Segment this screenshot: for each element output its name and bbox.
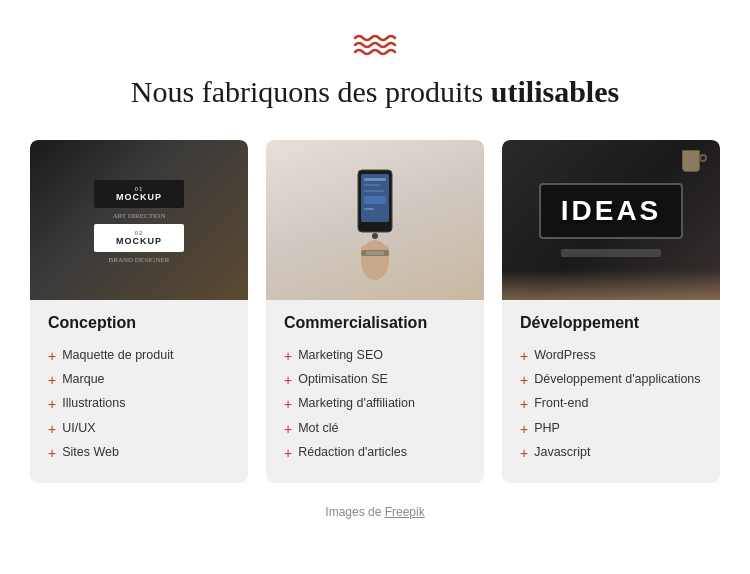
plus-icon: + [48,395,56,413]
list-item: +Marque [48,368,230,392]
list-item: +Optimisation SE [284,368,466,392]
mockup-label-1: ART DIRECTION [94,212,184,220]
list-item: +Illustrations [48,392,230,416]
plus-icon: + [48,371,56,389]
svg-rect-5 [364,190,384,192]
page-wrapper: Nous fabriquons des produits utilisables… [0,0,750,539]
card-image-conception: 01 MOCKUP ART DIRECTION 02 MOCKUP BRAND … [30,140,248,300]
plus-icon: + [520,444,528,462]
card-title-conception: Conception [48,314,230,332]
list-item: +WordPress [520,344,702,368]
card-developpement: IDEAS Développement +WordPress +Dévelop [502,140,720,483]
list-item: +UI/UX [48,417,230,441]
card-body-commercialisation: Commercialisation +Marketing SEO +Optimi… [266,300,484,465]
list-item: +Mot clé [284,417,466,441]
svg-rect-6 [364,196,386,204]
footer-credit: Images de Freepik [325,505,424,519]
main-heading: Nous fabriquons des produits utilisables [131,74,619,110]
plus-icon: + [284,444,292,462]
list-item: +Sites Web [48,441,230,465]
cards-row: 01 MOCKUP ART DIRECTION 02 MOCKUP BRAND … [30,140,720,483]
svg-point-2 [372,233,378,239]
plus-icon: + [284,395,292,413]
wave-icon [351,30,399,62]
plus-icon: + [520,371,528,389]
freepik-link[interactable]: Freepik [385,505,425,519]
card-image-developpement: IDEAS [502,140,720,300]
card-conception: 01 MOCKUP ART DIRECTION 02 MOCKUP BRAND … [30,140,248,483]
card-body-conception: Conception +Maquette de produit +Marque … [30,300,248,465]
card-list-commercialisation: +Marketing SEO +Optimisation SE +Marketi… [284,344,466,465]
svg-rect-4 [364,184,380,186]
card-list-developpement: +WordPress +Développement d'applications… [520,344,702,465]
plus-icon: + [48,347,56,365]
mockup-visual: 01 MOCKUP ART DIRECTION 02 MOCKUP BRAND … [94,176,184,264]
plus-icon: + [284,420,292,438]
svg-rect-11 [366,251,384,255]
list-item: +Rédaction d'articles [284,441,466,465]
svg-rect-3 [364,178,386,181]
mockup-card-1: 01 MOCKUP [94,180,184,208]
mockup-card-2: 02 MOCKUP [94,224,184,252]
list-item: +Développement d'applications [520,368,702,392]
plus-icon: + [520,347,528,365]
card-title-developpement: Développement [520,314,702,332]
card-list-conception: +Maquette de produit +Marque +Illustrati… [48,344,230,465]
plus-icon: + [284,371,292,389]
list-item: +Front-end [520,392,702,416]
mockup-label-2: BRAND DESIGNER [94,256,184,264]
plus-icon: + [520,420,528,438]
card-body-developpement: Développement +WordPress +Développement … [502,300,720,465]
list-item: +PHP [520,417,702,441]
card-commercialisation: Commercialisation +Marketing SEO +Optimi… [266,140,484,483]
card-title-commercialisation: Commercialisation [284,314,466,332]
plus-icon: + [520,395,528,413]
list-item: +Javascript [520,441,702,465]
ideas-text: IDEAS [561,195,662,227]
plus-icon: + [48,420,56,438]
svg-rect-7 [364,208,374,210]
plus-icon: + [284,347,292,365]
phone-illustration [340,160,410,280]
card-image-commercialisation [266,140,484,300]
list-item: +Maquette de produit [48,344,230,368]
list-item: +Marketing SEO [284,344,466,368]
list-item: +Marketing d'affiliation [284,392,466,416]
plus-icon: + [48,444,56,462]
